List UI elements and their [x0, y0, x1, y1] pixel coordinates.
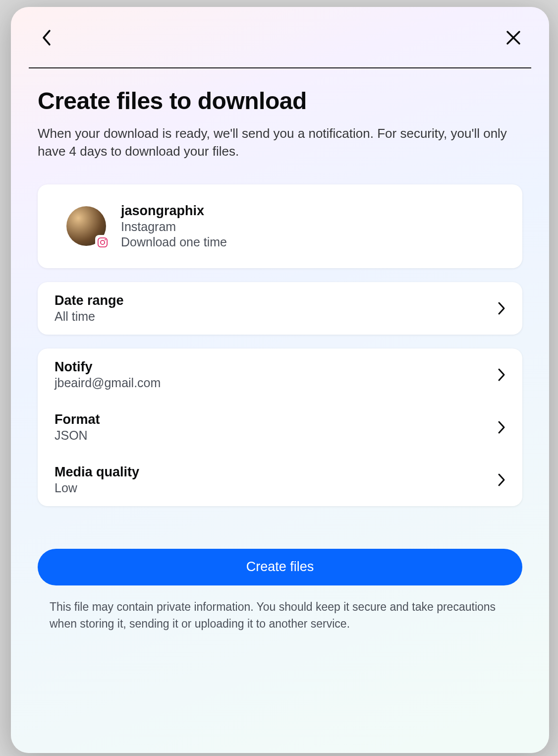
format-value: JSON: [55, 428, 100, 443]
chevron-right-icon: [498, 473, 505, 487]
media-quality-label: Media quality: [55, 465, 139, 480]
chevron-right-icon: [498, 368, 505, 382]
account-note: Download one time: [121, 235, 227, 249]
account-username: jasongraphix: [121, 203, 227, 219]
notify-row[interactable]: Notify jbeaird@gmail.com: [38, 349, 522, 401]
notify-label: Notify: [55, 359, 161, 375]
back-button[interactable]: [38, 29, 56, 47]
account-platform: Instagram: [121, 220, 227, 234]
instagram-badge: [95, 235, 110, 250]
format-label: Format: [55, 412, 100, 427]
create-files-button[interactable]: Create files: [38, 549, 522, 585]
svg-point-1: [101, 240, 105, 244]
modal-content: Create files to download When your downl…: [29, 87, 531, 633]
chevron-right-icon: [498, 420, 505, 434]
page-subtitle: When your download is ready, we'll send …: [38, 124, 522, 161]
instagram-icon: [97, 237, 108, 248]
date-range-label: Date range: [55, 293, 124, 308]
date-range-row[interactable]: Date range All time: [38, 282, 522, 335]
media-quality-row[interactable]: Media quality Low: [38, 454, 522, 506]
close-icon: [505, 30, 521, 46]
modal-header: [29, 29, 531, 68]
download-modal: Create files to download When your downl…: [11, 7, 549, 753]
close-button[interactable]: [504, 29, 522, 47]
page-title: Create files to download: [38, 87, 522, 115]
media-quality-value: Low: [55, 481, 139, 495]
chevron-right-icon: [498, 301, 505, 315]
format-row[interactable]: Format JSON: [38, 401, 522, 454]
footer-security-note: This file may contain private informatio…: [38, 598, 522, 633]
media-quality-text: Media quality Low: [55, 465, 139, 495]
svg-point-2: [105, 239, 106, 240]
avatar-container: [66, 206, 106, 246]
format-text: Format JSON: [55, 412, 100, 443]
date-range-value: All time: [55, 309, 124, 324]
chevron-left-icon: [42, 29, 52, 46]
date-range-card: Date range All time: [38, 282, 522, 335]
notify-value: jbeaird@gmail.com: [55, 376, 161, 390]
account-card: jasongraphix Instagram Download one time: [38, 184, 522, 268]
account-info: jasongraphix Instagram Download one time: [121, 203, 227, 249]
date-range-text: Date range All time: [55, 293, 124, 324]
svg-rect-0: [98, 238, 107, 247]
notify-text: Notify jbeaird@gmail.com: [55, 359, 161, 390]
settings-card: Notify jbeaird@gmail.com Format JSON M: [38, 349, 522, 506]
